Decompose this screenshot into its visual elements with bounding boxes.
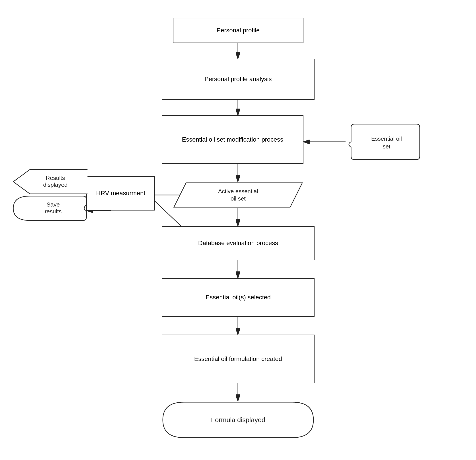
essential-oil-set-node: Essential oil set xyxy=(346,123,421,161)
results-displayed-node: Results displayed xyxy=(12,168,87,195)
hrv-measurement-node: HRV measurment xyxy=(86,176,155,210)
active-essential-oil-set-node: Active essential oil set xyxy=(173,182,304,208)
svg-marker-16 xyxy=(174,183,302,207)
essential-oil-set-modification-node: Essential oil set modification process xyxy=(162,115,304,164)
svg-text:Essential oil: Essential oil xyxy=(371,135,402,142)
database-evaluation-node: Database evaluation process xyxy=(162,226,314,260)
personal-profile-analysis-node: Personal profile analysis xyxy=(162,59,314,100)
essential-oils-selected-node: Essential oil(s) selected xyxy=(162,278,314,317)
svg-text:Active essential: Active essential xyxy=(218,188,258,195)
essential-oil-formulation-node: Essential oil formulation created xyxy=(162,335,314,383)
svg-text:displayed: displayed xyxy=(43,182,68,188)
formula-displayed-node: Formula displayed xyxy=(162,401,314,439)
flowchart-diagram: Personal profile Personal profile analys… xyxy=(0,0,476,460)
svg-text:Formula displayed: Formula displayed xyxy=(211,416,265,424)
save-results-node: Save results xyxy=(12,195,87,222)
personal-profile-node: Personal profile xyxy=(173,18,304,43)
svg-text:Save: Save xyxy=(47,201,60,208)
svg-text:set: set xyxy=(383,143,391,150)
svg-text:Results: Results xyxy=(46,175,65,181)
svg-text:results: results xyxy=(45,208,62,215)
svg-text:oil set: oil set xyxy=(230,195,246,202)
